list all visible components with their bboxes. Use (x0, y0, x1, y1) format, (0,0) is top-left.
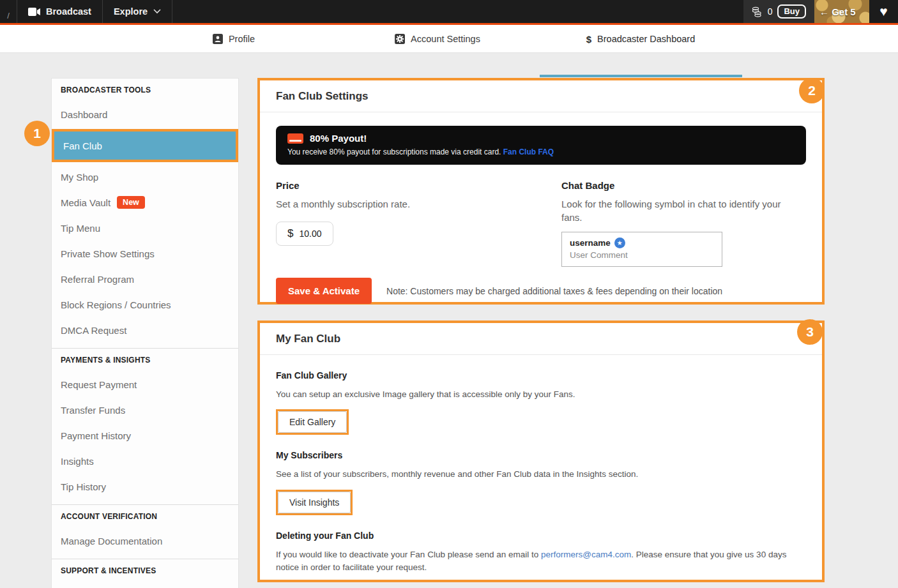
sidebar-item-payment-history[interactable]: Payment History (52, 423, 238, 448)
example-comment: User Comment (570, 250, 714, 260)
chevron-down-icon (153, 9, 161, 14)
sidebar-item-my-shop[interactable]: My Shop (52, 164, 238, 190)
chat-badge-heading: Chat Badge (561, 180, 806, 191)
sidebar-item-dashboard[interactable]: Dashboard (52, 102, 238, 127)
sidebar-item-block-regions-countries[interactable]: Block Regions / Countries (52, 292, 238, 317)
deleting-description: If you would like to deactivate your Fan… (276, 548, 806, 575)
fan-club-faq-link[interactable]: Fan Club FAQ (503, 147, 554, 156)
tab-account-settings[interactable]: Account Settings (395, 25, 480, 53)
sidebar-item-tip-menu[interactable]: Tip Menu (52, 215, 238, 241)
price-description: Set a monthly subscription rate. (276, 197, 561, 211)
gallery-heading: Fan Club Gallery (276, 370, 806, 381)
annotation-box-visit-insights: Visit Insights (276, 490, 353, 515)
tab-profile[interactable]: Profile (213, 25, 255, 53)
credit-card-icon (287, 133, 303, 144)
sidebar-nav: BROADCASTER TOOLSDashboardFan ClubMy Sho… (52, 79, 238, 588)
payout-banner: 80% Payout! You receive 80% payout for s… (276, 126, 806, 165)
sidebar-item-label: Media Vault (61, 197, 110, 208)
brand-mark: / (0, 0, 17, 23)
sidebar-item-label: Tip History (61, 481, 106, 492)
sidebar-item-label: Referral Program (61, 274, 134, 285)
price-section: Price Set a monthly subscription rate. $… (276, 180, 561, 267)
coin-balance-group: 0 Buy (743, 0, 814, 23)
camera-icon (28, 8, 40, 16)
broadcast-menu-item[interactable]: Broadcast (17, 0, 102, 23)
profile-card-icon (213, 34, 223, 44)
sidebar-item-dmca-request[interactable]: DMCA Request (52, 317, 238, 343)
sidebar-item-referral-program[interactable]: Referral Program (52, 266, 238, 292)
sidebar-item-insights[interactable]: Insights (52, 448, 238, 474)
sidebar-item-label: Dashboard (61, 109, 107, 120)
save-activate-button[interactable]: Save & Activate (276, 278, 372, 304)
dollar-icon: $ (586, 34, 591, 45)
tab-label: Account Settings (411, 34, 480, 44)
chat-badge-example-box: username ★ User Comment (561, 232, 722, 267)
coin-count: 0 (768, 6, 773, 17)
sidebar-item-tip-history[interactable]: Tip History (52, 474, 238, 499)
sidebar-section-header: ACCOUNT VERIFICATION (52, 505, 238, 528)
annotation-step-3: 3 (797, 319, 823, 345)
favorites-heart-icon[interactable]: ♥ (869, 0, 898, 23)
visit-insights-button[interactable]: Visit Insights (278, 492, 351, 513)
sidebar-item-training[interactable]: Training (52, 582, 238, 588)
gallery-description: You can setup an exclusive Image gallery… (276, 388, 806, 401)
edit-gallery-button[interactable]: Edit Gallery (278, 411, 347, 433)
sidebar-section-header: SUPPORT & INCENTIVES (52, 559, 238, 582)
sidebar-item-label: Insights (61, 456, 94, 467)
new-badge: New (117, 196, 145, 209)
chat-badge-description: Look for the following symbol in chat to… (561, 197, 804, 224)
coins-icon (752, 6, 763, 17)
promo-banner-get-coins[interactable]: ← Get 5 (814, 0, 869, 23)
sidebar-item-request-payment[interactable]: Request Payment (52, 372, 238, 397)
sidebar-item-label: Request Payment (61, 379, 137, 390)
buy-coins-button[interactable]: Buy (777, 4, 806, 19)
price-heading: Price (276, 180, 561, 191)
chat-badge-section: Chat Badge Look for the following symbol… (561, 180, 806, 267)
fan-star-badge-icon: ★ (614, 237, 625, 248)
sidebar-item-label: Tip Menu (61, 223, 100, 234)
price-input[interactable]: $ 10.00 (276, 222, 333, 246)
sidebar-item-label: Private Show Settings (61, 248, 155, 259)
sidebar-item-private-show-settings[interactable]: Private Show Settings (52, 241, 238, 266)
active-tab-underline (540, 75, 742, 77)
tab-label: Broadcaster Dashboard (597, 34, 695, 44)
sidebar-item-label: Transfer Funds (61, 405, 125, 416)
tax-note: Note: Customers may be charged additiona… (386, 286, 722, 296)
sidebar-item-media-vault[interactable]: Media VaultNew (52, 190, 238, 215)
sidebar-item-label: My Shop (61, 172, 98, 183)
sidebar-item-label: DMCA Request (61, 325, 126, 336)
currency-symbol: $ (287, 227, 293, 240)
explore-menu-item[interactable]: Explore (103, 0, 172, 23)
my-fan-club-panel: My Fan Club Fan Club Gallery You can set… (257, 320, 825, 582)
sidebar-section-header: BROADCASTER TOOLS (52, 79, 238, 102)
sidebar-item-fan-club[interactable]: Fan Club (54, 132, 236, 160)
subscribers-description: See a list of your subscribers, monthly … (276, 468, 806, 481)
deleting-heading: Deleting your Fan Club (276, 531, 806, 541)
panel-title: My Fan Club (260, 323, 822, 355)
deleting-text-before: If you would like to deactivate your Fan… (276, 550, 541, 559)
account-tab-bar: Profile Account Settings $ Broadcaster D… (0, 25, 898, 53)
top-navigation-bar: / Broadcast Explore (0, 0, 898, 23)
tab-broadcaster-dashboard[interactable]: $ Broadcaster Dashboard (586, 25, 696, 53)
explore-label: Explore (114, 6, 148, 17)
gear-icon (395, 34, 405, 44)
annotation-box-fan-club: Fan Club (52, 129, 238, 162)
sidebar-item-transfer-funds[interactable]: Transfer Funds (52, 397, 238, 423)
payout-banner-text: You receive 80% payout for subscriptions… (287, 147, 501, 156)
performers-email-link[interactable]: performers@cam4.com (541, 550, 631, 559)
panel-title: Fan Club Settings (260, 80, 822, 112)
example-username: username (570, 238, 611, 248)
subscribers-heading: My Subscribers (276, 450, 806, 460)
sidebar-item-label: Block Regions / Countries (61, 299, 171, 310)
sidebar-item-label: Manage Documentation (61, 536, 162, 547)
fan-club-settings-panel: Fan Club Settings 80% Payout! You receiv… (257, 78, 825, 305)
price-value: 10.00 (299, 229, 321, 239)
sidebar-item-manage-documentation[interactable]: Manage Documentation (52, 528, 238, 554)
broadcaster-dashboard-page: / Broadcast Explore (0, 0, 898, 588)
annotation-box-edit-gallery: Edit Gallery (276, 409, 349, 435)
payout-banner-title: 80% Payout! (310, 133, 367, 144)
sidebar-item-label: Payment History (61, 430, 131, 441)
topbar-spacer (172, 0, 743, 23)
annotation-step-1: 1 (24, 121, 50, 146)
sidebar: BROADCASTER TOOLSDashboardFan ClubMy Sho… (51, 78, 239, 588)
